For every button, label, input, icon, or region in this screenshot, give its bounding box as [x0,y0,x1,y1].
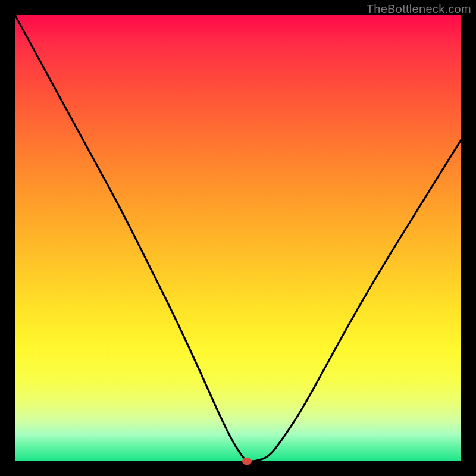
bottleneck-curve-path [15,15,461,461]
watermark-text: TheBottleneck.com [367,2,471,16]
plot-area [15,15,461,461]
minimum-marker [242,458,252,465]
curve-svg [15,15,461,461]
chart-stage: TheBottleneck.com [0,0,476,476]
